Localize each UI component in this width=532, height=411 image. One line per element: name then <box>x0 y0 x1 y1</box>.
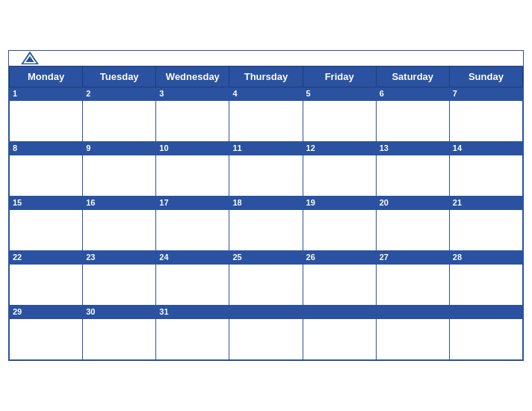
calendar-day-cell: 3 <box>156 87 229 142</box>
calendar-day-cell: 25 <box>229 251 303 306</box>
calendar-day-cell: 30 <box>83 306 156 360</box>
weekday-header-thursday: Thursday <box>229 67 303 87</box>
weekday-header-row: MondayTuesdayWednesdayThursdayFridaySatu… <box>10 67 523 87</box>
day-content-area <box>450 210 522 250</box>
calendar-day-cell: 20 <box>376 197 449 251</box>
day-content-area <box>83 319 155 359</box>
day-content-area <box>83 210 155 250</box>
day-content-empty <box>303 319 376 359</box>
day-number: 27 <box>377 251 449 265</box>
day-content-area <box>10 319 82 359</box>
weekday-header-sunday: Sunday <box>449 67 522 87</box>
weekday-header-wednesday: Wednesday <box>156 67 229 87</box>
day-number: 30 <box>83 306 155 319</box>
day-content-area <box>303 101 376 141</box>
day-number: 18 <box>229 197 302 210</box>
calendar-day-cell: 24 <box>156 251 229 306</box>
day-number-empty <box>229 306 302 319</box>
day-content-area <box>377 155 449 196</box>
calendar-week-row: 293031 <box>10 306 523 360</box>
calendar-day-cell: 9 <box>83 142 156 197</box>
calendar-day-cell: 10 <box>156 142 229 197</box>
day-content-empty <box>229 319 302 359</box>
calendar-week-row: 22232425262728 <box>10 251 523 306</box>
calendar-day-cell: 14 <box>449 142 522 197</box>
day-content-area <box>377 265 449 305</box>
calendar-day-cell: 4 <box>229 87 303 142</box>
day-number: 5 <box>303 87 376 101</box>
day-content-area <box>450 155 522 196</box>
day-content-area <box>83 155 155 196</box>
day-content-area <box>229 155 302 196</box>
calendar-tbody: 1234567891011121314151617181920212223242… <box>10 87 523 360</box>
calendar-day-cell: 6 <box>376 87 449 142</box>
day-number: 17 <box>156 197 229 210</box>
calendar-day-cell: 7 <box>449 87 522 142</box>
day-content-area <box>156 101 229 141</box>
day-content-area <box>303 155 376 196</box>
calendar-table: MondayTuesdayWednesdayThursdayFridaySatu… <box>9 66 523 360</box>
calendar-day-cell: 17 <box>156 197 229 251</box>
day-content-area <box>303 210 376 250</box>
day-content-area <box>229 101 302 141</box>
day-content-area <box>83 101 155 141</box>
day-number: 7 <box>450 87 522 101</box>
calendar-day-cell: 5 <box>303 87 376 142</box>
day-number: 12 <box>303 142 376 155</box>
weekday-header-monday: Monday <box>10 67 83 87</box>
day-number: 14 <box>450 142 522 155</box>
general-blue-icon <box>21 52 39 65</box>
day-content-area <box>156 155 229 196</box>
day-number: 15 <box>10 197 82 210</box>
calendar-day-cell: 31 <box>156 306 229 360</box>
calendar: MondayTuesdayWednesdayThursdayFridaySatu… <box>8 50 524 361</box>
calendar-day-cell: 19 <box>303 197 376 251</box>
day-content-area <box>377 210 449 250</box>
day-content-area <box>377 101 449 141</box>
weekday-header-tuesday: Tuesday <box>83 67 156 87</box>
day-number: 9 <box>83 142 155 155</box>
calendar-day-cell: 11 <box>229 142 303 197</box>
calendar-week-row: 15161718192021 <box>10 197 523 251</box>
day-content-area <box>303 265 376 305</box>
calendar-day-cell: 15 <box>10 197 83 251</box>
day-number: 25 <box>229 251 302 265</box>
day-content-area <box>156 210 229 250</box>
day-number: 20 <box>377 197 449 210</box>
day-number: 16 <box>83 197 155 210</box>
calendar-day-cell: 27 <box>376 251 449 306</box>
logo-area <box>21 52 39 66</box>
calendar-day-cell: 12 <box>303 142 376 197</box>
day-content-area <box>10 155 82 196</box>
day-number-empty <box>303 306 376 319</box>
calendar-day-cell: 21 <box>449 197 522 251</box>
day-content-empty <box>377 319 449 359</box>
day-number: 28 <box>450 251 522 265</box>
day-content-empty <box>450 319 522 359</box>
day-number: 13 <box>377 142 449 155</box>
calendar-day-cell: 28 <box>449 251 522 306</box>
calendar-thead: MondayTuesdayWednesdayThursdayFridaySatu… <box>10 67 523 87</box>
calendar-day-cell: 1 <box>10 87 83 142</box>
day-number: 10 <box>156 142 229 155</box>
calendar-day-cell: 16 <box>83 197 156 251</box>
calendar-week-row: 891011121314 <box>10 142 523 197</box>
day-number: 22 <box>10 251 82 265</box>
calendar-day-cell: 13 <box>376 142 449 197</box>
calendar-day-cell <box>376 306 449 360</box>
calendar-day-cell <box>303 306 376 360</box>
day-number: 26 <box>303 251 376 265</box>
calendar-day-cell: 2 <box>83 87 156 142</box>
calendar-day-cell: 22 <box>10 251 83 306</box>
day-number: 19 <box>303 197 376 210</box>
day-number: 31 <box>156 306 229 319</box>
day-content-area <box>10 101 82 141</box>
day-content-area <box>450 265 522 305</box>
day-content-area <box>83 265 155 305</box>
day-number: 1 <box>10 87 82 101</box>
calendar-day-cell <box>449 306 522 360</box>
day-number: 21 <box>450 197 522 210</box>
day-content-area <box>10 210 82 250</box>
calendar-header <box>9 51 523 66</box>
day-number: 2 <box>83 87 155 101</box>
